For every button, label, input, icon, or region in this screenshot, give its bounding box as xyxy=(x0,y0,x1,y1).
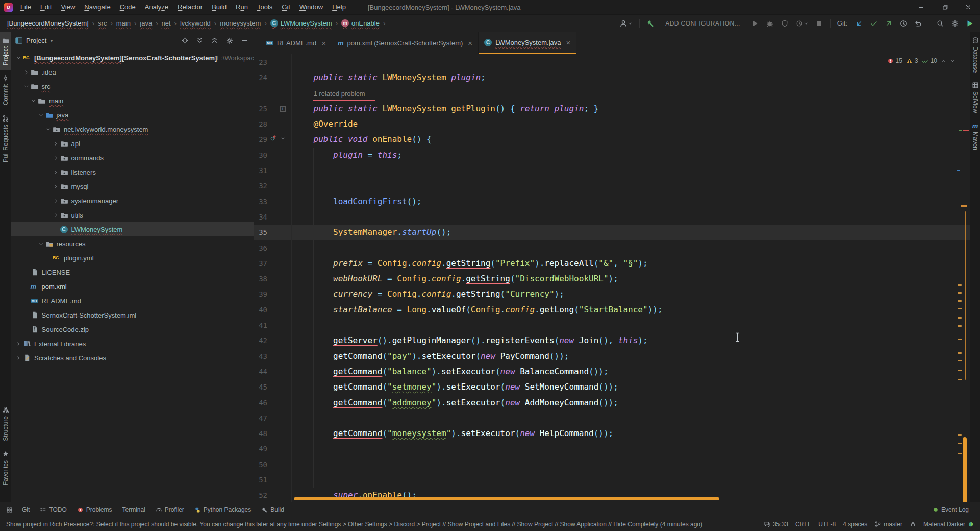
menu-help[interactable]: Help xyxy=(328,0,350,14)
arrow-down-icon[interactable] xyxy=(38,112,44,118)
menu-navigate[interactable]: Navigate xyxy=(80,0,115,14)
tree-item-resources[interactable]: resources xyxy=(11,236,254,251)
tree-item-listeners[interactable]: listeners xyxy=(11,165,254,179)
previous-problem-icon[interactable] xyxy=(941,58,946,64)
tree-item-api[interactable]: api xyxy=(11,136,254,151)
hide-button[interactable] xyxy=(241,37,248,44)
rollback-button[interactable] xyxy=(914,19,922,28)
tab-pom.xml-sernoxcraft-schottersystem[interactable]: mpom.xml (SernoxCraft-SchotterSystem) × xyxy=(332,32,479,54)
run-with-coverage-button[interactable] xyxy=(781,19,789,28)
window-minimize-button[interactable] xyxy=(910,0,933,14)
code-with-me-button[interactable] xyxy=(966,19,974,28)
run-button[interactable] xyxy=(751,19,759,28)
status-message[interactable]: Show project in Rich Presence?: Select i… xyxy=(6,521,757,528)
tool-window-button-pull-requests[interactable]: Pull Requests xyxy=(0,110,11,167)
tree-item-external-libraries[interactable]: External Libraries xyxy=(11,336,254,351)
vertical-scrollbar[interactable] xyxy=(963,437,967,502)
arrow-down-icon[interactable] xyxy=(23,84,29,89)
arrow-down-icon[interactable] xyxy=(16,55,21,61)
arrow-right-icon[interactable] xyxy=(53,184,59,189)
arrow-right-icon[interactable] xyxy=(16,355,21,361)
breadcrumb-item-onenable[interactable]: monEnable xyxy=(341,19,380,27)
tree-item-license[interactable]: LICENSE xyxy=(11,265,254,279)
status-widget-crlf[interactable]: CRLF xyxy=(795,521,811,528)
arrow-down-icon[interactable] xyxy=(31,98,36,104)
tool-window-button-build[interactable]: Build xyxy=(256,502,289,517)
breadcrumb-item-bungeecordmoneysystem[interactable]: [BungeecordMoneySystem] xyxy=(7,19,89,27)
menu-code[interactable]: Code xyxy=(115,0,140,14)
menu-build[interactable]: Build xyxy=(207,0,231,14)
tree-item-src[interactable]: src xyxy=(11,79,254,93)
menu-analyze[interactable]: Analyze xyxy=(140,0,173,14)
code-editor[interactable]: 15 3 10 23 24 public static LWMoneySyste… xyxy=(254,54,970,502)
arrow-down-icon[interactable] xyxy=(45,127,51,132)
arrow-right-icon[interactable] xyxy=(53,170,59,175)
arrow-right-icon[interactable] xyxy=(16,341,21,347)
menu-run[interactable]: Run xyxy=(231,0,253,14)
tool-window-button-profiler[interactable]: Profiler xyxy=(150,502,189,517)
fold-expand-icon[interactable]: + xyxy=(280,106,286,112)
status-widget-master[interactable]: master xyxy=(874,521,902,528)
tree-item-sernoxcraft-schottersystem.iml[interactable]: SernoxCraft-SchotterSystem.iml xyxy=(11,308,254,322)
arrow-right-icon[interactable] xyxy=(53,155,59,161)
breadcrumb-item-src[interactable]: src xyxy=(98,19,107,27)
tool-window-button-project[interactable]: Project xyxy=(0,32,11,70)
tree-item-lwmoneysystem[interactable]: C LWMoneySystem xyxy=(11,222,254,236)
history-button[interactable] xyxy=(899,19,908,28)
tree-item-.idea[interactable]: .idea xyxy=(11,65,254,79)
tool-window-button-git[interactable]: Git xyxy=(17,502,35,517)
menu-tools[interactable]: Tools xyxy=(253,0,277,14)
next-problem-icon[interactable] xyxy=(950,58,956,64)
menu-view[interactable]: View xyxy=(56,0,80,14)
status-widget-utf-8[interactable]: UTF-8 xyxy=(818,521,836,528)
window-close-button[interactable] xyxy=(957,0,980,14)
horizontal-scrollbar[interactable] xyxy=(294,497,719,500)
tool-window-button-todo[interactable]: TODO xyxy=(35,502,71,517)
arrow-right-icon[interactable] xyxy=(53,198,59,204)
profiler-button[interactable] xyxy=(795,19,809,28)
menu-git[interactable]: Git xyxy=(277,0,295,14)
tree-item-readme.md[interactable]: MD README.md xyxy=(11,294,254,308)
chevron-down-icon[interactable]: ▾ xyxy=(50,38,53,43)
arrow-right-icon[interactable] xyxy=(53,141,59,147)
menu-window[interactable]: Window xyxy=(295,0,328,14)
tree-item-main[interactable]: main xyxy=(11,93,254,108)
settings-button[interactable] xyxy=(225,37,234,45)
expand-all-button[interactable] xyxy=(196,37,204,44)
add-configuration-button[interactable]: ADD CONFIGURATION... xyxy=(665,20,740,27)
close-tab-icon[interactable]: × xyxy=(321,39,326,47)
breadcrumb-item-lwmoneysystem[interactable]: CLWMoneySystem xyxy=(270,19,332,27)
tree-item-scratches-and-consoles[interactable]: Scratches and Consoles xyxy=(11,351,254,365)
tool-window-button-favorites[interactable]: Favorites xyxy=(0,446,11,490)
arrow-down-icon[interactable] xyxy=(38,241,44,247)
push-button[interactable] xyxy=(885,19,893,28)
tree-item-pom.xml[interactable]: m pom.xml xyxy=(11,279,254,294)
tree-item-bungeecordmoneysystem[interactable]: BC [BungeecordMoneySystem] [SernoxCraft-… xyxy=(11,51,254,65)
status-widget-material-darker[interactable]: Material Darker xyxy=(923,521,974,528)
fold-collapse-icon[interactable] xyxy=(280,132,286,147)
tab-readme.md[interactable]: MDREADME.md × xyxy=(260,32,332,54)
tool-window-button-maven[interactable]: mMaven xyxy=(970,118,980,155)
tool-window-button-terminal[interactable]: Terminal xyxy=(117,502,150,517)
tab-lwmoneysystem.java[interactable]: CLWMoneySystem.java × xyxy=(479,32,576,54)
overrides-method-icon[interactable] xyxy=(270,132,277,147)
tree-item-java[interactable]: java xyxy=(11,108,254,122)
tree-item-utils[interactable]: utils xyxy=(11,208,254,222)
tree-item-plugin.yml[interactable]: BC plugin.yml xyxy=(11,251,254,265)
menu-edit[interactable]: Edit xyxy=(36,0,56,14)
tool-window-button-python-packages[interactable]: Python Packages xyxy=(189,502,256,517)
breadcrumb-item-net[interactable]: net xyxy=(161,19,170,27)
commit-button[interactable] xyxy=(870,19,878,28)
collapse-all-button[interactable] xyxy=(211,37,218,44)
breadcrumb-item-java[interactable]: java xyxy=(140,19,152,27)
locate-button[interactable] xyxy=(181,37,189,44)
tool-window-button-event-log[interactable]: Event Log xyxy=(927,506,974,513)
stop-button[interactable] xyxy=(815,19,823,28)
tree-item-systemmanager[interactable]: systemmanager xyxy=(11,194,254,208)
build-project-button[interactable] xyxy=(646,19,655,28)
tree-item-commands[interactable]: commands xyxy=(11,151,254,165)
window-maximize-button[interactable] xyxy=(933,0,957,14)
close-tab-icon[interactable]: × xyxy=(468,39,472,47)
status-widget-35-33[interactable]: 35:33 xyxy=(764,521,788,528)
tool-window-button-structure[interactable]: Structure xyxy=(0,402,11,446)
